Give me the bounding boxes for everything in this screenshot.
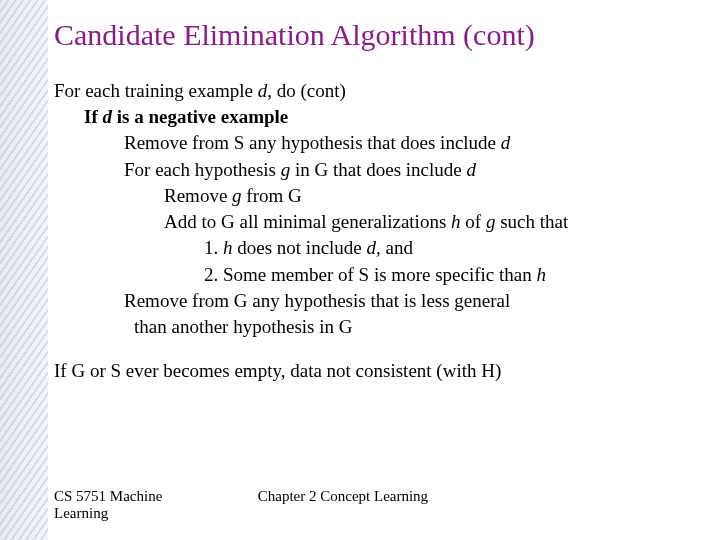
- text: If G or S ever becomes empty, data not c…: [54, 360, 501, 381]
- line-4: For each hypothesis g in G that does inc…: [124, 157, 674, 183]
- var-h: h: [451, 211, 461, 232]
- var-g: g: [232, 185, 242, 206]
- text: , and: [376, 237, 413, 258]
- var-d: d: [258, 80, 268, 101]
- line-5: Remove g from G: [164, 183, 674, 209]
- var-d: d: [466, 159, 476, 180]
- line-8: 2. Some member of S is more specific tha…: [204, 262, 674, 288]
- slide-body: For each training example d, do (cont) I…: [54, 78, 674, 384]
- text: Remove from S any hypothesis that does i…: [124, 132, 501, 153]
- text: of: [461, 211, 486, 232]
- text: , do (cont): [267, 80, 346, 101]
- text: in G that does include: [290, 159, 466, 180]
- slide-title: Candidate Elimination Algorithm (cont): [54, 18, 535, 52]
- line-7: 1. h does not include d, and: [204, 235, 674, 261]
- line-10: than another hypothesis in G: [134, 314, 674, 340]
- text: Remove: [164, 185, 232, 206]
- text: does not include: [233, 237, 367, 258]
- var-g: g: [281, 159, 291, 180]
- text: Remove from G any hypothesis that is les…: [124, 290, 510, 311]
- footer-course-1: CS 5751 Machine: [54, 488, 162, 504]
- footer-left: CS 5751 Machine Learning: [54, 488, 204, 522]
- var-h: h: [223, 237, 233, 258]
- line-11: If G or S ever becomes empty, data not c…: [54, 358, 674, 384]
- var-d: d: [102, 106, 112, 127]
- footer-chapter: Chapter 2 Concept Learning: [258, 488, 558, 505]
- text: For each hypothesis: [124, 159, 281, 180]
- footer-course-2: Learning: [54, 505, 108, 521]
- text: Add to G all minimal generalizations: [164, 211, 451, 232]
- var-g: g: [486, 211, 496, 232]
- text: If: [84, 106, 102, 127]
- line-9: Remove from G any hypothesis that is les…: [124, 288, 674, 314]
- slide-footer: CS 5751 Machine Learning Chapter 2 Conce…: [54, 488, 674, 522]
- text: from G: [242, 185, 302, 206]
- var-d: d: [501, 132, 511, 153]
- text: than another hypothesis in G: [134, 316, 352, 337]
- text: For each training example: [54, 80, 258, 101]
- text: such that: [495, 211, 568, 232]
- var-h: h: [536, 264, 546, 285]
- text: 1.: [204, 237, 223, 258]
- text: is a negative example: [112, 106, 288, 127]
- line-2: If d is a negative example: [84, 104, 674, 130]
- text: 2. Some member of S is more specific tha…: [204, 264, 536, 285]
- line-6: Add to G all minimal generalizations h o…: [164, 209, 674, 235]
- line-3: Remove from S any hypothesis that does i…: [124, 130, 674, 156]
- slide: Candidate Elimination Algorithm (cont) F…: [0, 0, 720, 540]
- line-1: For each training example d, do (cont): [54, 78, 674, 104]
- var-d: d: [367, 237, 377, 258]
